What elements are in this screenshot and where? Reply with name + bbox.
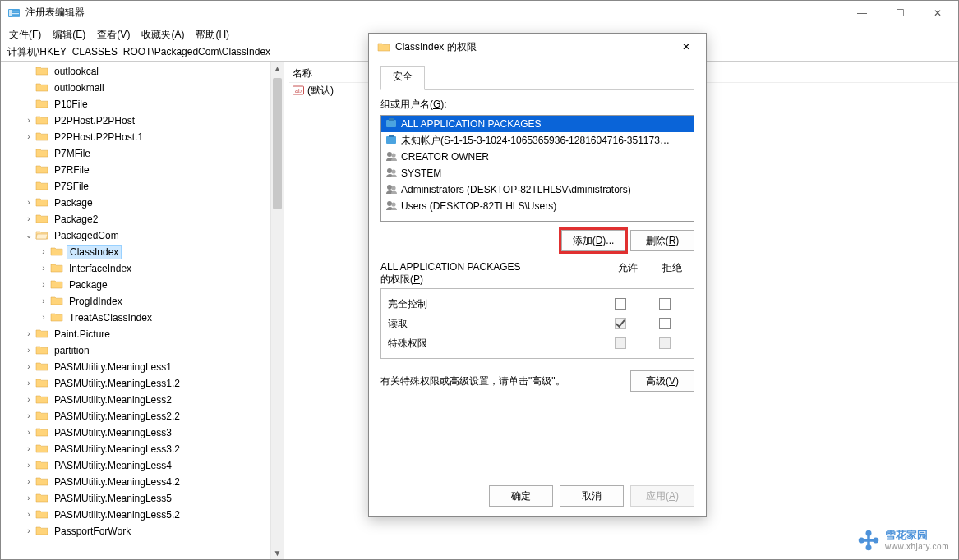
deny-checkbox[interactable] [659, 318, 671, 329]
tree-node[interactable]: ›PASMUtility.MeaningLess2.2 [1, 408, 284, 425]
folder-icon [377, 40, 390, 53]
svg-point-13 [387, 168, 392, 173]
chevron-right-icon[interactable]: › [22, 363, 35, 371]
menu-item-f[interactable]: 文件(F) [4, 26, 46, 44]
chevron-right-icon[interactable]: › [22, 461, 35, 470]
tree-node[interactable]: ›partition [1, 342, 284, 359]
tree-node[interactable]: ›TreatAsClassIndex [1, 310, 284, 326]
tree-label: PASMUtility.MeaningLess4 [52, 459, 174, 472]
tree-node[interactable]: ›PASMUtility.MeaningLess3 [1, 425, 284, 441]
folder-icon [35, 196, 52, 210]
tree-node[interactable]: ›ClassIndex [1, 244, 284, 260]
allow-checkbox[interactable] [615, 298, 626, 310]
advanced-button[interactable]: 高级(V) [630, 370, 694, 392]
deny-header: 拒绝 [650, 261, 694, 287]
chevron-right-icon[interactable]: › [37, 248, 50, 256]
tree-node[interactable]: outlookcal [1, 63, 284, 80]
user-row[interactable]: Users (DESKTOP-82TLHLS\Users) [381, 198, 694, 214]
tree-pane[interactable]: outlookcaloutlookmailP10File›P2PHost.P2P… [1, 62, 284, 559]
chevron-right-icon[interactable]: › [22, 429, 35, 437]
chevron-down-icon[interactable]: ⌄ [22, 232, 35, 240]
tree-node[interactable]: ›Package2 [1, 211, 284, 227]
apply-button[interactable]: 应用(A) [630, 485, 694, 507]
tree-node[interactable]: ›PASMUtility.MeaningLess5.2 [1, 507, 284, 523]
menu-item-a[interactable]: 收藏夹(A) [136, 26, 189, 44]
chevron-right-icon[interactable]: › [22, 133, 35, 141]
tab-security[interactable]: 安全 [380, 66, 425, 90]
user-row[interactable]: CREATOR OWNER [381, 149, 694, 165]
dialog-title-bar[interactable]: ClassIndex 的权限 ✕ [369, 34, 706, 60]
tree-node[interactable]: ›PASMUtility.MeaningLess2 [1, 392, 284, 408]
scroll-down-icon[interactable]: ▼ [271, 546, 284, 559]
chevron-right-icon[interactable]: › [22, 445, 35, 453]
tree-label: P2PHost.P2PHost.1 [52, 131, 145, 144]
chevron-right-icon[interactable]: › [22, 511, 35, 519]
users-listbox[interactable]: ALL APPLICATION PACKAGES未知帐户(S-1-15-3-10… [380, 115, 694, 222]
allow-header: 允许 [606, 261, 650, 287]
chevron-right-icon[interactable]: › [22, 215, 35, 223]
allow-checkbox [615, 318, 626, 329]
chevron-right-icon[interactable]: › [37, 314, 50, 322]
chevron-right-icon[interactable]: › [22, 330, 35, 338]
tree-label: Package [52, 196, 95, 209]
user-row[interactable]: 未知帐户(S-1-15-3-1024-1065365936-1281604716… [381, 132, 694, 149]
tree-node[interactable]: P10File [1, 96, 284, 112]
tree-node[interactable]: ›PASMUtility.MeaningLess4 [1, 457, 284, 474]
tree-node[interactable]: ›PASMUtility.MeaningLess1.2 [1, 375, 284, 392]
cancel-button[interactable]: 取消 [560, 485, 624, 507]
chevron-right-icon[interactable]: › [22, 527, 35, 535]
tree-node[interactable]: ›PASMUtility.MeaningLess3.2 [1, 441, 284, 457]
group-icon [385, 166, 401, 181]
scroll-thumb[interactable] [273, 78, 282, 209]
user-name: Administrators (DESKTOP-82TLHLS\Administ… [401, 184, 631, 195]
tree-label: P7RFile [52, 163, 92, 177]
deny-checkbox[interactable] [659, 298, 671, 310]
chevron-right-icon[interactable]: › [22, 117, 35, 125]
tree-node[interactable]: P7RFile [1, 162, 284, 178]
tree-node[interactable]: ›InterfaceIndex [1, 260, 284, 277]
folder-icon [35, 229, 52, 243]
svg-rect-3 [12, 13, 19, 14]
close-button[interactable]: ✕ [919, 1, 957, 25]
chevron-right-icon[interactable]: › [22, 379, 35, 388]
add-button[interactable]: 添加(D)... [561, 230, 625, 251]
tree-node[interactable]: P7MFile [1, 145, 284, 162]
maximize-button[interactable]: ☐ [881, 1, 919, 25]
svg-point-17 [387, 201, 392, 206]
tree-node[interactable]: ›Package [1, 277, 284, 293]
chevron-right-icon[interactable]: › [22, 396, 35, 404]
menu-item-e[interactable]: 编辑(E) [48, 26, 90, 44]
tree-node[interactable]: ›P2PHost.P2PHost [1, 112, 284, 129]
minimize-button[interactable]: — [843, 1, 881, 25]
menu-item-v[interactable]: 查看(V) [92, 26, 135, 44]
tree-node[interactable]: ⌄PackagedCom [1, 227, 284, 244]
remove-button[interactable]: 删除(R) [630, 230, 694, 251]
user-row[interactable]: SYSTEM [381, 165, 694, 181]
tree-node[interactable]: P7SFile [1, 178, 284, 195]
tree-node[interactable]: ›ProgIdIndex [1, 293, 284, 310]
tree-node[interactable]: ›PASMUtility.MeaningLess5 [1, 490, 284, 507]
tree-node[interactable]: ›P2PHost.P2PHost.1 [1, 129, 284, 145]
tree-scrollbar[interactable]: ▲ ▼ [270, 62, 284, 559]
tree-node[interactable]: ›Paint.Picture [1, 326, 284, 342]
chevron-right-icon[interactable]: › [22, 478, 35, 486]
chevron-right-icon[interactable]: › [22, 494, 35, 503]
tree-node[interactable]: outlookmail [1, 80, 284, 96]
tree-node[interactable]: ›PASMUtility.MeaningLess1 [1, 359, 284, 375]
watermark-icon [857, 529, 880, 552]
chevron-right-icon[interactable]: › [22, 412, 35, 420]
chevron-right-icon[interactable]: › [22, 347, 35, 355]
scroll-up-icon[interactable]: ▲ [271, 62, 284, 75]
chevron-right-icon[interactable]: › [37, 297, 50, 305]
ok-button[interactable]: 确定 [489, 485, 553, 507]
tree-node[interactable]: ›PASMUtility.MeaningLess4.2 [1, 474, 284, 490]
dialog-close-button[interactable]: ✕ [670, 35, 703, 58]
chevron-right-icon[interactable]: › [37, 264, 50, 273]
user-row[interactable]: Administrators (DESKTOP-82TLHLS\Administ… [381, 181, 694, 198]
chevron-right-icon[interactable]: › [37, 281, 50, 289]
tree-node[interactable]: ›Package [1, 195, 284, 211]
menu-item-h[interactable]: 帮助(H) [191, 26, 234, 44]
user-row[interactable]: ALL APPLICATION PACKAGES [381, 116, 694, 132]
chevron-right-icon[interactable]: › [22, 199, 35, 207]
tree-node[interactable]: ›PassportForWork [1, 523, 284, 539]
